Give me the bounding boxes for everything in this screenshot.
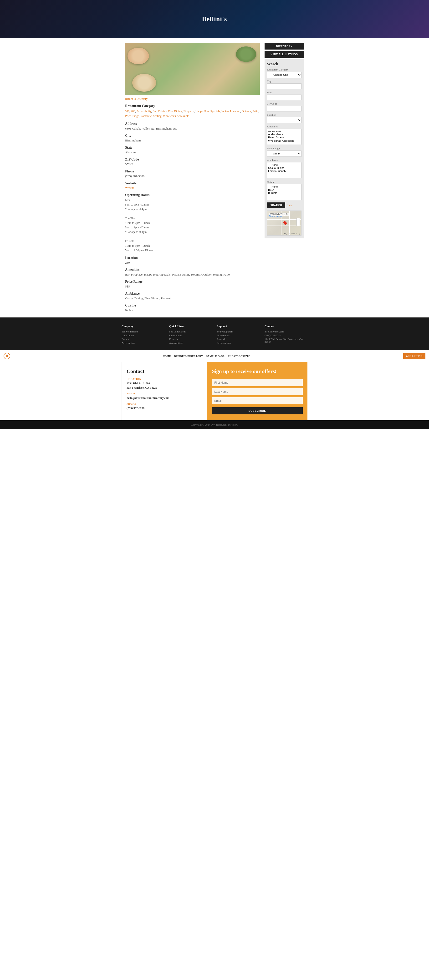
cuisine-burgers[interactable]: Burgers bbox=[268, 191, 300, 194]
clear-link[interactable]: Clear bbox=[287, 204, 292, 207]
ambiance-form-label: Ambiance bbox=[267, 159, 301, 161]
search-button[interactable]: SEARCH bbox=[267, 202, 285, 208]
signup-email[interactable] bbox=[212, 397, 303, 404]
footer-support-title: Support bbox=[217, 325, 260, 328]
contact-card-title: Contact bbox=[126, 368, 202, 374]
footer-support-col: Support Sed voluptatem Unde omnis Error … bbox=[217, 325, 260, 345]
signup-last-name[interactable] bbox=[212, 388, 303, 395]
phone-label: Phone bbox=[125, 170, 260, 173]
amenities-listbox[interactable]: — None — Audio Menus Ramp Access Wheelch… bbox=[267, 129, 301, 145]
amenity-wheelchair[interactable]: Wheelchair Accessible bbox=[268, 139, 300, 142]
website-link[interactable]: Website bbox=[125, 186, 260, 190]
cuisine-value: Italian bbox=[125, 309, 260, 312]
state-input[interactable] bbox=[267, 95, 301, 100]
city-label: City bbox=[125, 134, 260, 138]
nav-directory[interactable]: BUSINESS DIRECTORY bbox=[174, 355, 203, 358]
cuisine-none[interactable]: — None — bbox=[268, 185, 300, 188]
tag-bar[interactable]: Bar bbox=[153, 110, 156, 113]
tag-location[interactable]: Location bbox=[230, 110, 240, 113]
map-container: 6801 Cahaba Valley Rd View larger map Ma… bbox=[267, 210, 301, 235]
footer-quick-link-4[interactable]: Accusantium bbox=[169, 342, 212, 344]
hours-tue-label: Tue-Thu: bbox=[125, 216, 260, 221]
nav-sample[interactable]: SAMPLE PAGE bbox=[206, 355, 225, 358]
cuisine-bbq[interactable]: BBQ bbox=[268, 188, 300, 191]
add-listing-button[interactable]: ADD LISTING bbox=[403, 353, 426, 359]
view-all-button[interactable]: VIEW ALL LISTINGS bbox=[265, 51, 304, 57]
tag-fireplace[interactable]: Fireplace bbox=[183, 110, 194, 113]
operating-hours: Mon: 5pm to 9pm - Dinner *Bar opens at 4… bbox=[125, 198, 260, 253]
address-value: 6801 Cahaba Valley Rd, Birmingham, AL bbox=[125, 127, 260, 130]
map-view-larger[interactable]: View larger map bbox=[269, 215, 282, 217]
cuisine-label: Cuisine bbox=[125, 304, 260, 307]
footer-quicklinks-col: Quick Links Sed voluptatem Unde omnis Er… bbox=[169, 325, 212, 345]
state-value: Alabama bbox=[125, 151, 260, 154]
ambiance-none[interactable]: — None — bbox=[268, 163, 300, 167]
tag-indian[interactable]: Indian bbox=[222, 110, 229, 113]
footer-contact-email: info@divimer.com bbox=[265, 330, 308, 333]
amenities-form-label: Amenities bbox=[267, 125, 301, 128]
state-label: State bbox=[125, 146, 260, 150]
map-zoom-out[interactable]: − bbox=[297, 222, 300, 226]
footer-support-link-2[interactable]: Unde omnis bbox=[217, 334, 260, 337]
ambiance-casual[interactable]: Casual Dining bbox=[268, 167, 300, 170]
map-pin bbox=[283, 221, 287, 225]
price-range-value: $$$ bbox=[125, 285, 260, 288]
restaurant-image bbox=[125, 43, 260, 95]
tag-patio[interactable]: Patio bbox=[253, 110, 258, 113]
ambiance-family[interactable]: Family-Friendly bbox=[268, 170, 300, 173]
footer-support-link-4[interactable]: Accusantium bbox=[217, 342, 260, 344]
tag-seating[interactable]: Seating bbox=[153, 114, 162, 118]
nav-uncategorized[interactable]: UNCATEGORIZED bbox=[228, 355, 250, 358]
location-select[interactable] bbox=[267, 117, 301, 123]
hours-mon-bar: *Bar opens at 4pm bbox=[125, 207, 260, 212]
city-input[interactable] bbox=[267, 83, 301, 89]
hours-tue-dinner: 5pm to 9pm - Dinner bbox=[125, 225, 260, 230]
directory-button[interactable]: DIRECTORY bbox=[265, 43, 304, 49]
tag-price-range[interactable]: Price Range bbox=[125, 114, 139, 118]
tag-accessibility[interactable]: Accessibility bbox=[136, 110, 151, 113]
contact-email-value: hello@divirestaurantdirectory.com bbox=[126, 396, 202, 400]
price-range-form-label: Price Range bbox=[267, 147, 301, 150]
footer-company-link-2[interactable]: Unde omnis bbox=[121, 334, 164, 337]
amenity-none[interactable]: — None — bbox=[268, 130, 300, 133]
tag-happy-hour[interactable]: Happy Hour Specials bbox=[195, 110, 220, 113]
navbar: D HOME BUSINESS DIRECTORY SAMPLE PAGE UN… bbox=[0, 350, 429, 362]
location-form-label: Location bbox=[267, 113, 301, 116]
footer-support-link-3[interactable]: Error sit bbox=[217, 338, 260, 340]
subscribe-button[interactable]: SUBSCRIBE bbox=[212, 407, 303, 414]
tag-cuisine[interactable]: Cuisine bbox=[158, 110, 167, 113]
category-select[interactable]: — Choose One — bbox=[267, 72, 301, 78]
footer-company-link-4[interactable]: Accusantium bbox=[121, 342, 164, 344]
tag-280[interactable]: 280 bbox=[131, 110, 135, 113]
tag-romantic[interactable]: Romantic bbox=[140, 114, 152, 118]
copyright-bar: Copyright © 2024 Divi Restaurant Directo… bbox=[0, 420, 429, 429]
footer-quick-link-1[interactable]: Sed voluptatem bbox=[169, 330, 212, 333]
footer-contact-phone: (434)-235-2314 bbox=[265, 334, 308, 337]
tag-outdoor[interactable]: Outdoor bbox=[242, 110, 251, 113]
footer-contact-col: Contact info@divimer.com (434)-235-2314 … bbox=[265, 325, 308, 345]
price-range-select[interactable]: — None — bbox=[267, 151, 301, 157]
return-to-directory-link[interactable]: Return to Directory bbox=[125, 97, 260, 101]
tag-wheelchair[interactable]: Wheelchair Accessible bbox=[163, 114, 189, 118]
signup-first-name[interactable] bbox=[212, 379, 303, 386]
footer-support-link-1[interactable]: Sed voluptatem bbox=[217, 330, 260, 333]
amenity-ramp-access[interactable]: Ramp Access bbox=[268, 136, 300, 139]
footer-company-link-1[interactable]: Sed voluptatem bbox=[121, 330, 164, 333]
ambiance-listbox[interactable]: — None — Casual Dining Family-Friendly bbox=[267, 162, 301, 178]
hours-fri-label: Fri-Sat: bbox=[125, 239, 260, 243]
hours-fri-lunch: 11am to 5pm - Lunch bbox=[125, 243, 260, 248]
city-value: Birmingham bbox=[125, 138, 260, 142]
footer-quick-link-3[interactable]: Error sit bbox=[169, 338, 212, 340]
restaurant-name: Bellini's bbox=[202, 15, 227, 23]
nav-logo[interactable]: D bbox=[3, 353, 10, 360]
cuisine-listbox[interactable]: — None — BBQ Burgers bbox=[267, 184, 301, 200]
amenity-audio-menus[interactable]: Audio Menus bbox=[268, 133, 300, 136]
nav-home[interactable]: HOME bbox=[163, 355, 171, 358]
tag-$$$[interactable]: $$$ bbox=[125, 110, 129, 113]
footer-company-link-3[interactable]: Error sit bbox=[121, 338, 164, 340]
tag-fine-dining[interactable]: Fine Dining bbox=[168, 110, 182, 113]
zip-form-label: ZIP Code bbox=[267, 102, 301, 105]
hours-tue-bar: *Bar opens at 4pm bbox=[125, 230, 260, 234]
zip-input[interactable] bbox=[267, 106, 301, 111]
footer-quick-link-2[interactable]: Unde omnis bbox=[169, 334, 212, 337]
